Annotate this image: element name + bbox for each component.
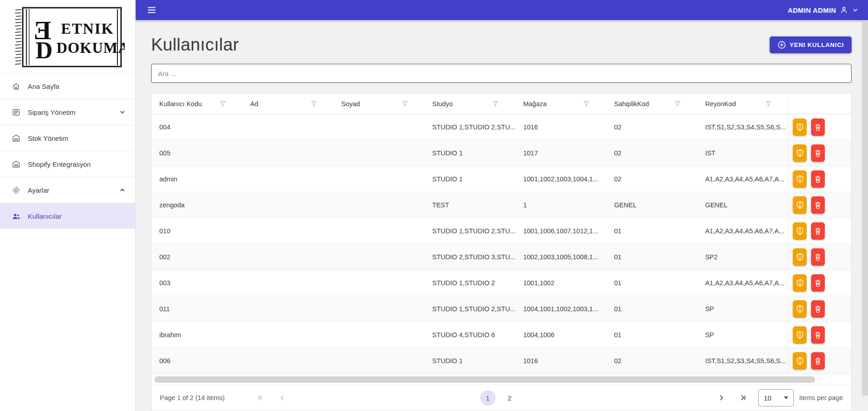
row-actions — [788, 166, 851, 192]
trash-icon — [814, 123, 822, 131]
cell-magaza: 1002,1003,1005,1008,1... — [515, 244, 606, 270]
cell-soyad — [334, 296, 425, 322]
hamburger-menu-button[interactable] — [145, 3, 158, 17]
vertical-scrollbar-thumb[interactable] — [862, 21, 868, 396]
warehouse-icon — [11, 159, 21, 169]
page-size-select[interactable]: 10 — [758, 389, 794, 406]
cell-sahiplikkod: GENEL — [606, 192, 697, 218]
filter-icon[interactable] — [401, 99, 409, 108]
horizontal-scrollbar-thumb[interactable] — [154, 376, 815, 383]
delete-button[interactable] — [811, 300, 825, 318]
shield-icon — [796, 331, 804, 339]
delete-button[interactable] — [811, 170, 825, 188]
cell-reyonkod: SP2 — [697, 244, 788, 270]
previous-page-button[interactable] — [274, 390, 290, 406]
row-actions — [788, 348, 851, 374]
sidebar-item-ayarlar[interactable]: Ayarlar — [0, 177, 135, 203]
page-number-list: 1 2 — [290, 390, 707, 406]
filter-icon[interactable] — [491, 99, 500, 108]
sidebar-item-siparis-yonetim[interactable]: Sipariş Yönetim — [0, 99, 135, 125]
shield-icon — [796, 201, 804, 209]
trash-icon — [814, 305, 822, 313]
cell-soyad — [334, 166, 425, 192]
last-page-button[interactable] — [736, 390, 751, 406]
cell-sahiplikkod: 01 — [606, 244, 697, 270]
sidebar-item-label: Ayarlar — [28, 186, 119, 194]
cell-magaza: 1001,1002,1003,1004,1... — [515, 166, 606, 192]
permissions-button[interactable] — [793, 170, 807, 188]
cell-magaza: 1004,1006 — [515, 322, 606, 348]
delete-button[interactable] — [811, 352, 825, 370]
cell-studyo: STUDIO 1,STUDIO 2 — [425, 270, 516, 296]
cell-sahiplikkod: 02 — [606, 114, 697, 140]
permissions-button[interactable] — [793, 118, 807, 136]
permissions-button[interactable] — [793, 352, 807, 370]
filter-icon[interactable] — [310, 99, 318, 108]
permissions-button[interactable] — [793, 326, 807, 344]
cell-sahiplikkod: 02 — [606, 348, 697, 374]
cell-kullanici-kodu: 011 — [152, 296, 243, 322]
cell-kullanici-kodu: 010 — [152, 218, 243, 244]
cell-soyad — [334, 322, 425, 348]
cell-soyad — [334, 270, 425, 296]
page-number-2[interactable]: 2 — [502, 390, 518, 406]
new-user-button[interactable]: YENI KULLANICI — [770, 36, 852, 53]
table-row: 002 STUDIO 2,STUDIO 3,STU... 1002,1003,1… — [152, 244, 851, 270]
cell-kullanici-kodu: admin — [152, 166, 243, 192]
cell-reyonkod: IST — [697, 140, 788, 166]
cell-studyo: STUDIO 1,STUDIO 2,STU... — [425, 218, 516, 244]
cell-ad — [243, 114, 334, 140]
filter-icon[interactable] — [764, 99, 773, 108]
sidebar-item-ana-sayfa[interactable]: Ana Sayfa — [0, 73, 135, 99]
page-number-1[interactable]: 1 — [480, 390, 496, 406]
delete-button[interactable] — [811, 274, 825, 292]
permissions-button[interactable] — [793, 300, 807, 318]
filter-icon[interactable] — [582, 99, 591, 108]
permissions-button[interactable] — [793, 144, 807, 162]
sidebar-item-kullanicilar[interactable]: Kullanıcılar — [0, 203, 135, 229]
search-input[interactable] — [151, 64, 852, 83]
delete-button[interactable] — [811, 222, 825, 240]
cell-magaza: 1017 — [515, 140, 606, 166]
trash-icon — [814, 227, 822, 235]
filter-icon[interactable] — [673, 99, 682, 108]
cell-sahiplikkod: 01 — [606, 296, 697, 322]
sidebar-nav: Ana Sayfa Sipariş Yönetim Stok Yöne — [0, 73, 135, 229]
delete-button[interactable] — [811, 326, 825, 344]
cell-kullanici-kodu: ibrahim — [152, 322, 243, 348]
permissions-button[interactable] — [793, 248, 807, 266]
row-actions — [788, 114, 851, 140]
items-per-page-label: items per page — [799, 394, 843, 401]
permissions-button[interactable] — [793, 196, 807, 214]
sidebar-item-shopify-entegrasyon[interactable]: Shopify Entegrasyon — [0, 151, 135, 177]
cell-sahiplikkod: 01 — [606, 218, 697, 244]
next-page-button[interactable] — [714, 390, 729, 406]
delete-button[interactable] — [811, 118, 825, 136]
sidebar-item-label: Kullanıcılar — [28, 212, 126, 220]
sidebar-item-label: Shopify Entegrasyon — [28, 160, 126, 168]
first-page-button[interactable] — [253, 390, 268, 406]
user-menu[interactable]: ADMIN ADMIN — [788, 5, 859, 15]
trash-icon — [814, 149, 822, 157]
row-actions — [788, 192, 851, 218]
chevron-up-icon — [119, 186, 126, 194]
trash-icon — [814, 201, 822, 209]
table-row: 004 STUDIO 1,STUDIO 2,STU... 1016 02 IST… — [152, 114, 851, 140]
svg-text:DOKUMA: DOKUMA — [56, 40, 125, 56]
trash-icon — [814, 279, 822, 287]
cell-ad — [243, 192, 334, 218]
cell-studyo: TEST — [425, 192, 516, 218]
cell-reyonkod: SP — [697, 296, 788, 322]
delete-button[interactable] — [811, 144, 825, 162]
row-actions — [788, 296, 851, 322]
delete-button[interactable] — [811, 196, 825, 214]
sidebar-item-stok-yonetim[interactable]: Stok Yönetim — [0, 125, 135, 151]
cell-soyad — [334, 140, 425, 166]
permissions-button[interactable] — [793, 222, 807, 240]
sidebar-item-label: Stok Yönetim — [28, 134, 126, 142]
cell-studyo: STUDIO 1 — [425, 166, 516, 192]
delete-button[interactable] — [811, 248, 825, 266]
permissions-button[interactable] — [793, 274, 807, 292]
filter-icon[interactable] — [218, 99, 227, 108]
column-header-reyonkod: ReyonKod — [697, 93, 788, 114]
